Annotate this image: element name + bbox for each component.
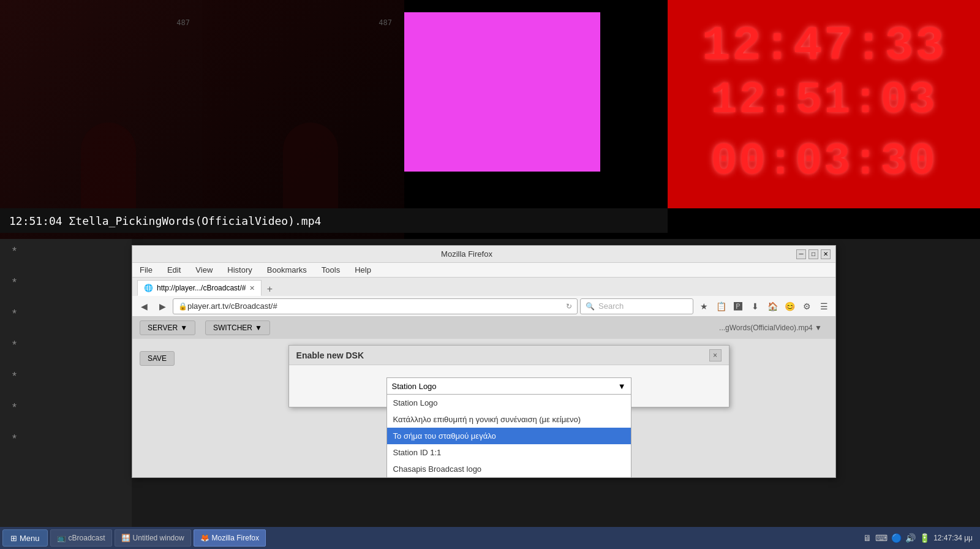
dropdown-item-1[interactable]: Κατάλληλο επιθυμιτή η γονική συνέναιση (… — [387, 411, 631, 428]
switcher-label: SWITCHER — [213, 324, 252, 332]
status-text: 12:51:04 Σtella_PickingWords(OfficialVid… — [9, 214, 321, 227]
taskbar-tray: 🖥 ⌨ 🔵 🔊 🔋 12:47:34 μμ — [863, 533, 978, 543]
menu-icon[interactable]: ☰ — [816, 298, 832, 314]
video-overlay-text2: 487 — [379, 18, 392, 27]
cbroadcast-toolbar: SERVER ▼ SWITCHER ▼ ...gWords(OfficialVi… — [132, 317, 835, 339]
cbroadcast-icon: 📺 — [57, 534, 66, 542]
taskbar-item-firefox[interactable]: 🦊 Mozilla Firefox — [194, 529, 266, 547]
taskbar: ⊞ Menu 📺 cBroadcast 🪟 Untitled window 🦊 … — [0, 527, 980, 549]
tray-battery-icon: 🔋 — [919, 533, 930, 543]
firefox-titlebar: Mozilla Firefox ─ □ ✕ — [132, 246, 835, 263]
cbroadcast-main: SAVE Enable new DSK × — [132, 339, 835, 477]
browser-tab-active[interactable]: 🌐 http://player.../cBroadcast/# ✕ — [137, 280, 262, 296]
video-panel-left: 487 — [0, 0, 202, 239]
modal-area: Enable new DSK × Station Logo ▼ — [182, 339, 835, 477]
search-icon: 🔍 — [586, 302, 595, 311]
tab-favicon: 🌐 — [144, 284, 153, 292]
switcher-button[interactable]: SWITCHER ▼ — [205, 320, 270, 335]
menu-tools[interactable]: Tools — [319, 264, 342, 276]
dropdown-item-4[interactable]: Chasapis Broadcast logo — [387, 461, 631, 477]
menu-edit[interactable]: Edit — [165, 264, 183, 276]
window-minimize-button[interactable]: ─ — [796, 249, 806, 259]
dropdown-selected-text: Station Logo — [392, 382, 437, 391]
reload-icon[interactable]: ↻ — [566, 302, 572, 311]
firefox-tabbar: 🌐 http://player.../cBroadcast/# ✕ + — [132, 278, 835, 296]
dropdown-item-2[interactable]: Το σήμα του σταθμού μεγάλο — [387, 428, 631, 444]
untitled-window-icon: 🪟 — [121, 534, 130, 542]
modal-title: Enable new DSK — [296, 350, 709, 360]
forward-button[interactable]: ▶ — [154, 298, 170, 314]
address-bar[interactable]: 🔒 player.art.tv/cBroadcast/# ↻ — [173, 298, 578, 314]
asterisk-4: * — [12, 339, 119, 352]
untitled-window-label: Untitled window — [133, 534, 184, 542]
firefox-addressbar: ◀ ▶ 🔒 player.art.tv/cBroadcast/# ↻ 🔍 Sea… — [132, 296, 835, 317]
download-icon[interactable]: ⬇ — [747, 298, 763, 314]
window-controls: ─ □ ✕ — [796, 249, 831, 259]
left-panel: * * * * * * * — [0, 239, 132, 545]
server-button[interactable]: SERVER ▼ — [140, 320, 195, 335]
status-bar: 12:51:04 Σtella_PickingWords(OfficialVid… — [0, 208, 668, 233]
asterisk-5: * — [12, 370, 119, 383]
tray-time: 12:47:34 μμ — [933, 534, 973, 542]
menu-bookmarks[interactable]: Bookmarks — [265, 264, 309, 276]
new-tab-button[interactable]: + — [263, 282, 276, 296]
tab-label: http://player.../cBroadcast/# — [157, 284, 246, 292]
video-panel-pink — [404, 12, 600, 172]
firefox-window: Mozilla Firefox ─ □ ✕ File Edit View His… — [132, 245, 836, 478]
dropdown-wrapper: Station Logo ▼ Station Logo Κατάλληλο επ… — [301, 377, 717, 395]
menu-help[interactable]: Help — [352, 264, 374, 276]
server-label: SERVER — [148, 324, 178, 332]
window-maximize-button[interactable]: □ — [809, 249, 818, 259]
tray-keyboard-icon: ⌨ — [875, 533, 888, 543]
asterisk-3: * — [12, 308, 119, 320]
toolbar-icons: ★ 📋 🅿 ⬇ 🏠 😊 ⚙ ☰ — [696, 298, 832, 314]
customize-icon[interactable]: ⚙ — [799, 298, 815, 314]
modal-body: Station Logo ▼ Station Logo Κατάλληλο επ… — [289, 365, 729, 407]
home-icon[interactable]: 🏠 — [764, 298, 780, 314]
asterisk-6: * — [12, 401, 119, 414]
emoji-icon[interactable]: 😊 — [782, 298, 797, 314]
dropdown-item-3[interactable]: Station ID 1:1 — [387, 444, 631, 461]
window-close-button[interactable]: ✕ — [821, 249, 831, 259]
address-lock-icon: 🔒 — [178, 302, 187, 311]
taskbar-item-untitled[interactable]: 🪟 Untitled window — [115, 529, 191, 547]
tray-volume-icon[interactable]: 🔊 — [905, 533, 916, 543]
search-field[interactable]: 🔍 Search — [580, 298, 693, 314]
tab-close-button[interactable]: ✕ — [249, 284, 255, 292]
video-overlay-text: 487 — [176, 18, 190, 27]
menu-history[interactable]: History — [225, 264, 254, 276]
cbroadcast-item-label: cBroadcast — [69, 534, 105, 542]
taskbar-item-cbroadcast[interactable]: 📺 cBroadcast — [50, 529, 112, 547]
save-area: SAVE — [132, 339, 182, 477]
server-dropdown-icon: ▼ — [180, 324, 187, 332]
pocket-icon[interactable]: 🅿 — [730, 298, 746, 314]
cbroadcast-ui: SERVER ▼ SWITCHER ▼ ...gWords(OfficialVi… — [132, 317, 835, 477]
search-placeholder: Search — [598, 301, 624, 311]
bookmark-star-icon[interactable]: ★ — [696, 298, 712, 314]
bookmark-list-icon[interactable]: 📋 — [713, 298, 729, 314]
firefox-menubar: File Edit View History Bookmarks Tools H… — [132, 263, 835, 278]
save-button[interactable]: SAVE — [140, 351, 175, 366]
dropdown-list: Station Logo Κατάλληλο επιθυμιτή η γονικ… — [386, 395, 631, 477]
dsk-dropdown[interactable]: Station Logo ▼ Station Logo Κατάλληλο επ… — [386, 377, 631, 395]
start-menu-button[interactable]: ⊞ Menu — [2, 529, 48, 547]
firefox-item-label: Mozilla Firefox — [212, 534, 259, 542]
dropdown-selected[interactable]: Station Logo ▼ — [386, 377, 631, 395]
firefox-icon: 🦊 — [200, 534, 209, 542]
address-text: player.art.tv/cBroadcast/# — [187, 301, 277, 311]
modal-close-button[interactable]: × — [709, 349, 722, 362]
dropdown-item-0[interactable]: Station Logo — [387, 395, 631, 411]
asterisk-1: * — [12, 245, 119, 258]
dsk-modal: Enable new DSK × Station Logo ▼ — [288, 345, 729, 407]
start-label: Menu — [20, 534, 40, 543]
tray-monitor-icon: 🖥 — [863, 533, 872, 543]
firefox-content: SERVER ▼ SWITCHER ▼ ...gWords(OfficialVi… — [132, 317, 835, 477]
dropdown-arrow-icon: ▼ — [618, 382, 626, 391]
menu-file[interactable]: File — [137, 264, 155, 276]
modal-header: Enable new DSK × — [289, 346, 729, 365]
clock-line1: 12:47:33 — [702, 21, 946, 72]
clock-panel: 12:47:33 12:51:03 00:03:30 — [668, 0, 980, 208]
menu-view[interactable]: View — [193, 264, 215, 276]
back-button[interactable]: ◀ — [136, 298, 152, 314]
firefox-title: Mozilla Firefox — [137, 249, 796, 259]
